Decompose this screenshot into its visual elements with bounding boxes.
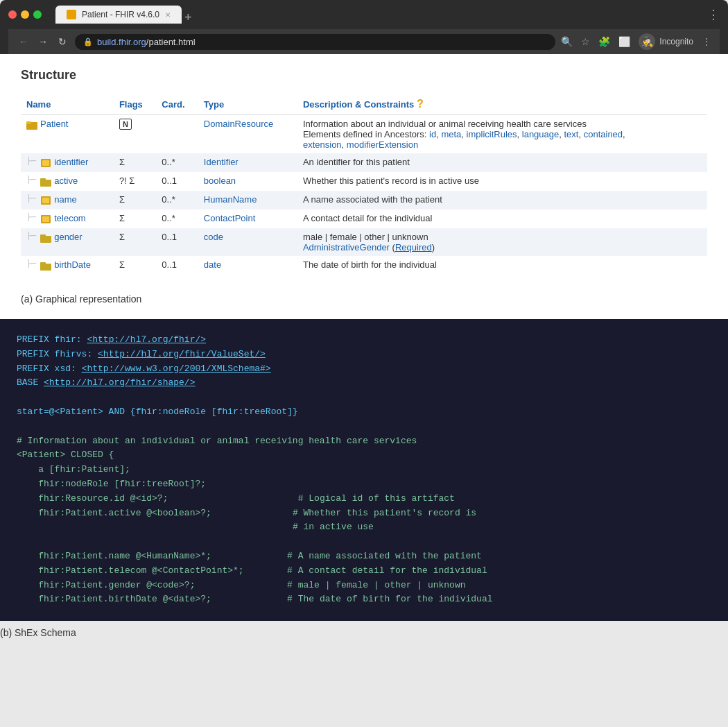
col-type: Type [198,94,297,115]
type-cell: code [198,228,297,256]
col-description: Description & Constraints ? [297,94,707,115]
search-icon[interactable]: 🔍 [561,36,573,47]
code-line: PREFIX fhirvs: <http://hl7.org/fhir/Valu… [17,348,711,362]
table-row: ├─ gender Σ 0..1 code [21,228,707,256]
tree-connector: ├─ [26,259,36,267]
contained-link[interactable]: contained [584,129,623,139]
folder-flat-icon-2 [40,232,51,243]
text-link[interactable]: text [564,129,579,139]
new-tab-button[interactable]: + [184,11,192,24]
code-line: fhir:Patient.name @<HumanName>*; # A nam… [17,549,711,564]
code-line: # in active use [17,520,711,535]
name-cell: ├─ birthDate [21,256,114,275]
browser-chrome: Patient - FHIR v4.6.0 ✕ + ⋮ ← → ↻ 🔒 buil… [0,0,728,54]
code-type-link[interactable]: code [204,232,223,242]
address-bar[interactable]: 🔒 build.fhir.org/patient.html [75,34,555,50]
name-cell: ├─ active [21,172,114,191]
col-card: Card. [156,94,198,115]
type-cell: boolean [198,172,297,191]
box-icon [40,157,51,169]
flags-cell: Σ [114,209,156,228]
window-menu-icon[interactable]: ⋮ [707,7,720,22]
svg-rect-8 [42,198,49,203]
type-cell: date [198,256,297,275]
code-line: <Patient> CLOSED { [17,448,711,463]
table-row: ├─ identifier Σ 0..* Identifier An [21,153,707,172]
browser-actions: 🔍 ☆ 🧩 ⬜ 🕵 Incognito ⋮ [561,33,711,50]
maximize-window-button[interactable] [33,10,42,19]
birthdate-link[interactable]: birthDate [54,259,91,270]
card-cell [156,115,198,154]
table-row: Patient N DomainResource Information abo… [21,115,707,154]
modifier-ext-link[interactable]: modifierExtension [347,139,418,150]
code-block: PREFIX fhir: <http://hl7.org/fhir/> PREF… [0,319,728,621]
humanname-type-link[interactable]: HumanName [204,194,257,205]
name-cell: Patient [21,115,114,154]
table-row: ├─ telecom Σ 0..* ContactPoint A c [21,209,707,228]
svg-rect-14 [40,262,46,265]
svg-rect-6 [40,178,46,181]
type-cell: Identifier [198,153,297,172]
minimize-window-button[interactable] [21,10,29,19]
tab-capture-icon[interactable]: ⬜ [618,36,630,47]
active-tab[interactable]: Patient - FHIR v4.6.0 ✕ [55,6,182,24]
card-cell: 0..* [156,153,198,172]
tab-title: Patient - FHIR v4.6.0 [82,10,159,19]
type-cell: DomainResource [198,115,297,154]
code-line: PREFIX xsd: <http://www.w3.org/2001/XMLS… [17,362,711,377]
name-link[interactable]: name [54,194,77,205]
code-line: start=@<Patient> AND {fhir:nodeRole [fhi… [17,405,711,420]
incognito-label: Incognito [659,37,693,46]
forward-button[interactable]: → [36,36,50,47]
caption-b-area: (b) ShEx Schema [0,621,728,646]
code-line: fhir:Patient.active @<boolean>?; # Wheth… [17,506,711,521]
tab-favicon [67,10,76,19]
svg-rect-4 [42,160,49,166]
table-row: ├─ name Σ 0..* HumanName A name as [21,191,707,209]
close-window-button[interactable] [8,10,17,19]
patient-link[interactable]: Patient [40,119,68,129]
tree-connector: ├─ [26,194,36,202]
code-line: a [fhir:Patient]; [17,463,711,477]
extension-link[interactable]: extension [303,139,342,150]
required-link[interactable]: Required [395,242,432,253]
folder-flat-icon [40,176,51,187]
col-name: Name [21,94,114,115]
desc-cell: Information about an individual or anima… [297,115,707,154]
flags-cell: Σ [114,256,156,275]
contactpoint-type-link[interactable]: ContactPoint [204,213,255,223]
tab-close-button[interactable]: ✕ [165,11,171,19]
more-options-icon[interactable]: ⋮ [702,36,711,47]
telecom-link[interactable]: telecom [54,213,86,223]
help-icon[interactable]: ? [417,98,424,110]
svg-rect-2 [26,121,31,123]
incognito-button[interactable]: 🕵 Incognito [639,33,693,50]
meta-link[interactable]: meta [441,129,461,139]
domain-resource-link[interactable]: DomainResource [204,119,273,129]
identifier-type-link[interactable]: Identifier [204,157,239,167]
back-button[interactable]: ← [17,36,31,47]
flag-n-badge: N [119,119,132,130]
implicit-rules-link[interactable]: implicitRules [467,129,517,139]
name-cell: ├─ gender [21,228,114,256]
type-cell: HumanName [198,191,297,209]
gender-link[interactable]: gender [54,232,82,242]
active-link[interactable]: active [54,176,78,186]
table-row: ├─ birthDate Σ 0..1 date The date [21,256,707,275]
extensions-icon[interactable]: 🧩 [598,36,610,47]
date-type-link[interactable]: date [204,259,221,270]
reload-button[interactable]: ↻ [55,36,69,47]
boolean-type-link[interactable]: boolean [204,176,236,186]
id-link[interactable]: id [429,129,436,139]
traffic-lights [8,10,42,19]
svg-rect-12 [40,234,46,237]
name-cell: ├─ identifier [21,153,114,172]
language-link[interactable]: language [522,129,560,139]
main-content: Structure Name Flags Card. Type Descript… [0,54,728,289]
identifier-link[interactable]: identifier [54,157,88,167]
svg-rect-10 [42,216,49,222]
folder-icon [26,119,37,130]
admin-gender-link[interactable]: AdministrativeGender [303,242,390,253]
tree-connector: ├─ [26,213,36,221]
bookmark-icon[interactable]: ☆ [581,36,590,47]
